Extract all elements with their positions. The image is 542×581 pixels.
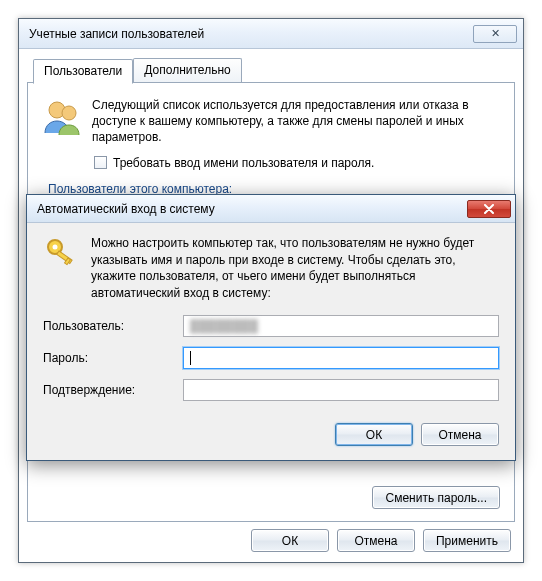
modal-close-button[interactable] xyxy=(467,200,511,218)
keys-icon xyxy=(43,235,79,271)
confirm-row: Подтверждение: xyxy=(43,379,499,401)
modal-body: Можно настроить компьютер так, что польз… xyxy=(27,223,515,417)
parent-ok-button[interactable]: ОК xyxy=(251,529,329,552)
modal-titlebar: Автоматический вход в систему xyxy=(27,195,515,223)
user-value-redacted: ████████ xyxy=(190,319,258,333)
modal-intro-text: Можно настроить компьютер так, что польз… xyxy=(91,235,499,301)
user-field[interactable]: ████████ xyxy=(183,315,499,337)
confirm-label: Подтверждение: xyxy=(43,383,183,397)
parent-footer: ОК Отмена Применить xyxy=(251,529,511,552)
auto-logon-form: Пользователь: ████████ Пароль: Подтвержд… xyxy=(43,315,499,401)
intro-row: Следующий список используется для предос… xyxy=(42,97,500,146)
text-caret xyxy=(190,351,191,365)
intro-text: Следующий список используется для предос… xyxy=(92,97,500,146)
close-icon: ✕ xyxy=(491,27,500,40)
modal-footer: ОК Отмена xyxy=(27,417,515,460)
tab-advanced[interactable]: Дополнительно xyxy=(133,58,241,83)
svg-point-3 xyxy=(53,245,58,250)
password-row: Пароль: xyxy=(43,347,499,369)
modal-title: Автоматический вход в систему xyxy=(37,202,467,216)
close-icon xyxy=(483,204,495,214)
button-label: Применить xyxy=(436,534,498,548)
change-password-button[interactable]: Сменить пароль... xyxy=(372,486,500,509)
button-label: Отмена xyxy=(438,428,481,442)
svg-rect-4 xyxy=(57,251,72,263)
parent-cancel-button[interactable]: Отмена xyxy=(337,529,415,552)
user-label: Пользователь: xyxy=(43,319,183,333)
users-icon xyxy=(42,97,82,137)
tabstrip: Пользователи Дополнительно xyxy=(33,57,515,82)
user-row: Пользователь: ████████ xyxy=(43,315,499,337)
button-label: Отмена xyxy=(354,534,397,548)
tab-label: Дополнительно xyxy=(144,63,230,77)
password-field[interactable] xyxy=(183,347,499,369)
parent-window-title: Учетные записи пользователей xyxy=(29,27,473,41)
require-login-label: Требовать ввод имени пользователя и паро… xyxy=(113,156,374,170)
modal-cancel-button[interactable]: Отмена xyxy=(421,423,499,446)
auto-logon-dialog: Автоматический вход в систему Можно наст… xyxy=(26,194,516,461)
confirm-field[interactable] xyxy=(183,379,499,401)
parent-close-button[interactable]: ✕ xyxy=(473,25,517,43)
require-login-row[interactable]: Требовать ввод имени пользователя и паро… xyxy=(42,156,500,170)
button-label: ОК xyxy=(282,534,298,548)
modal-intro-row: Можно настроить компьютер так, что польз… xyxy=(43,235,499,301)
require-login-checkbox[interactable] xyxy=(94,156,107,169)
svg-point-1 xyxy=(62,106,76,120)
button-label: ОК xyxy=(366,428,382,442)
tab-users[interactable]: Пользователи xyxy=(33,59,133,84)
parent-apply-button[interactable]: Применить xyxy=(423,529,511,552)
parent-titlebar: Учетные записи пользователей ✕ xyxy=(19,19,523,49)
modal-ok-button[interactable]: ОК xyxy=(335,423,413,446)
tab-label: Пользователи xyxy=(44,64,122,78)
password-label: Пароль: xyxy=(43,351,183,365)
button-label: Сменить пароль... xyxy=(385,491,487,505)
